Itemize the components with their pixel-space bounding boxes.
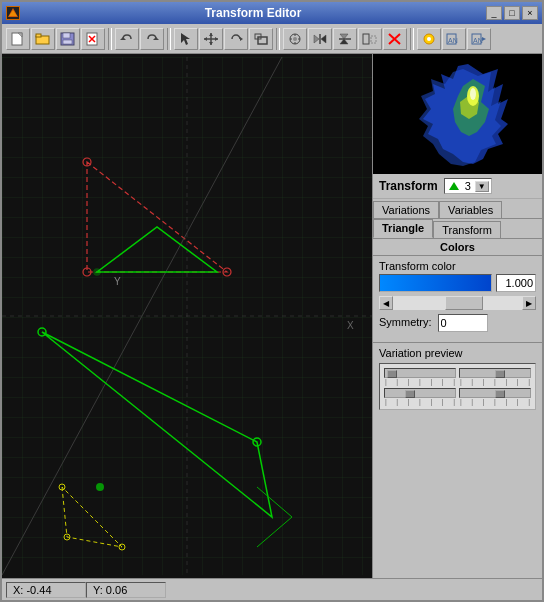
svg-point-26 [293,37,297,41]
open-button[interactable] [31,28,55,50]
svg-text:AN: AN [448,37,458,44]
tab-variations[interactable]: Variations [373,201,439,218]
scroll-left-button[interactable]: ◀ [379,296,393,310]
toolbar-separator-3 [276,28,280,50]
color-bar[interactable] [379,274,492,292]
scroll-right-button[interactable]: ▶ [522,296,536,310]
rotate-tool-button[interactable] [224,28,248,50]
svg-text:X: X [347,320,354,331]
svg-point-68 [96,483,104,491]
slider-row-1: | | | | | | | [384,368,531,385]
save-button[interactable] [56,28,80,50]
maximize-button[interactable]: □ [504,6,520,20]
slider-thumb-1[interactable] [387,370,397,378]
svg-marker-15 [181,33,190,45]
close-button[interactable]: × [522,6,538,20]
svg-marker-73 [449,182,459,190]
svg-marker-13 [120,37,126,40]
new-button[interactable] [6,28,30,50]
slider-thumb-3[interactable] [405,390,415,398]
slider-ticks-1: | | | | | | | [384,378,456,385]
mini-slider-2: | | | | | | | [459,368,531,385]
tab-transform[interactable]: Transform [433,221,501,238]
svg-point-42 [427,37,431,41]
title-bar: Transform Editor _ □ × [2,2,542,24]
color-scrollbar-row: ◀ ▶ [379,296,536,310]
svg-marker-32 [321,35,326,43]
render-button[interactable] [417,28,441,50]
svg-point-72 [470,88,476,100]
transform-canvas[interactable]: X Y [2,54,372,578]
slider-thumb-4[interactable] [495,390,505,398]
anim2-button[interactable]: AN [467,28,491,50]
tabs-row-2: Triangle Transform [373,219,542,239]
svg-rect-37 [363,34,369,44]
select-tool-button[interactable] [174,28,198,50]
symmetry-input[interactable] [438,314,488,332]
svg-rect-38 [371,36,376,43]
tabs-row-1: Variations Variables [373,199,542,219]
flip-h-button[interactable] [308,28,332,50]
svg-marker-22 [240,37,243,41]
status-bar: X: -0.44 Y: 0.06 [2,578,542,600]
delete-button[interactable] [383,28,407,50]
symmetry-row: Symmetry: [379,314,536,332]
chaos-button[interactable] [283,28,307,50]
mirror-button[interactable] [358,28,382,50]
colors-section-title: Colors [373,239,542,256]
svg-marker-18 [209,33,213,36]
svg-marker-31 [314,35,319,43]
y-coordinate: Y: 0.06 [86,582,166,598]
svg-marker-19 [209,42,213,45]
svg-marker-47 [482,37,486,41]
symmetry-label: Symmetry: [379,316,432,328]
svg-rect-24 [258,37,267,44]
scale-tool-button[interactable] [249,28,273,50]
svg-point-63 [94,269,100,275]
slider-track-4[interactable] [459,388,531,398]
slider-thumb-2[interactable] [495,370,505,378]
slider-ticks-3: | | | | | | | [384,398,456,405]
transform-dropdown[interactable]: 3 ▼ [444,178,492,194]
variation-preview-label: Variation preview [379,347,536,359]
scroll-track[interactable] [393,296,522,310]
x-coordinate: X: -0.44 [6,582,86,598]
canvas-area[interactable]: X Y [2,54,372,578]
anim1-button[interactable]: AN [442,28,466,50]
scroll-thumb[interactable] [445,296,484,310]
transform-selector-row: Transform 3 ▼ [373,174,542,199]
svg-marker-14 [153,37,159,40]
svg-text:AN: AN [473,37,483,44]
slider-track-3[interactable] [384,388,456,398]
transform-color-triangle [447,180,461,192]
flip-v-button[interactable] [333,28,357,50]
flame-preview-area [373,54,542,174]
variation-sliders-container: | | | | | | | [379,363,536,410]
slider-ticks-2: | | | | | | | [459,378,531,385]
minimize-button[interactable]: _ [486,6,502,20]
redo-button[interactable] [140,28,164,50]
window-controls: _ □ × [486,6,538,20]
svg-rect-6 [36,34,41,37]
transform-label: Transform [379,179,438,193]
window-title: Transform Editor [20,6,486,20]
toolbar-separator-4 [410,28,414,50]
slider-track-1[interactable] [384,368,456,378]
toolbar-separator-2 [167,28,171,50]
variation-preview-section: Variation preview | | | [373,342,542,414]
transform-editor-window: Transform Editor _ □ × [0,0,544,602]
transform-dropdown-arrow[interactable]: ▼ [475,181,489,192]
undo-button[interactable] [115,28,139,50]
app-icon [6,6,20,20]
toolbar-separator-1 [108,28,112,50]
move-tool-button[interactable] [199,28,223,50]
mini-slider-1: | | | | | | | [384,368,456,385]
slider-track-2[interactable] [459,368,531,378]
tab-triangle[interactable]: Triangle [373,219,433,238]
svg-rect-9 [63,40,72,44]
colors-section: Transform color 1.000 ◀ ▶ Symmetry: [373,256,542,342]
color-bar-row: 1.000 [379,274,536,292]
closeX-button[interactable] [81,28,105,50]
toolbar: AN AN [2,24,542,54]
tab-variables[interactable]: Variables [439,201,502,218]
